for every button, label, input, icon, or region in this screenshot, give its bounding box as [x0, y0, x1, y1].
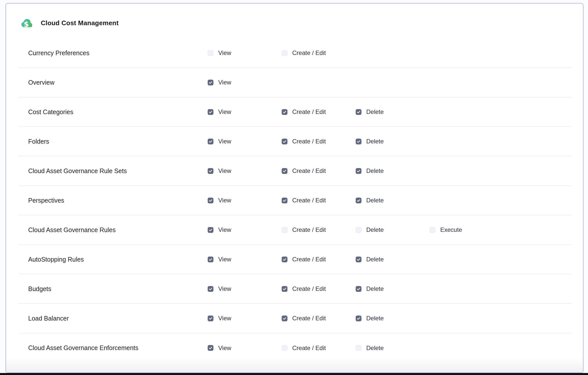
- permission-label: View: [218, 167, 231, 174]
- view-checkbox[interactable]: View: [208, 167, 282, 174]
- permission-label: Delete: [366, 108, 384, 115]
- permission-label: Create / Edit: [292, 49, 326, 56]
- view-checkbox[interactable]: View: [208, 49, 282, 56]
- checkmark-icon: [208, 169, 213, 173]
- resource-name: Load Balancer: [19, 315, 208, 322]
- create-edit-checkbox[interactable]: Create / Edit: [282, 256, 356, 263]
- permission-row: Currency Preferences View Create / Edit: [19, 38, 571, 68]
- checkmark-icon: [208, 139, 213, 144]
- delete-checkbox[interactable]: Delete: [356, 197, 430, 204]
- permission-row: Cloud Asset Governance Rule Sets View Cr…: [19, 156, 571, 186]
- view-checkbox[interactable]: View: [208, 285, 282, 292]
- checkbox-icon: [208, 109, 213, 115]
- permission-row: Load Balancer View Create / Edit Delete: [19, 304, 571, 333]
- checkmark-icon: [208, 287, 213, 291]
- delete-checkbox[interactable]: Delete: [356, 315, 430, 322]
- checkbox-icon: [356, 345, 361, 351]
- delete-checkbox[interactable]: Delete: [356, 285, 430, 292]
- permission-label: Create / Edit: [292, 167, 326, 174]
- checkbox-icon: [282, 227, 287, 233]
- permission-row: Folders View Create / Edit Delete: [19, 127, 571, 156]
- view-checkbox[interactable]: View: [208, 197, 282, 204]
- delete-checkbox[interactable]: Delete: [356, 256, 430, 263]
- svg-text:$: $: [24, 20, 29, 28]
- checkmark-icon: [282, 110, 287, 114]
- checkbox-icon: [282, 345, 287, 351]
- checkbox-icon: [208, 139, 213, 144]
- resource-name: Cloud Asset Governance Rule Sets: [19, 167, 208, 175]
- checkmark-icon: [208, 110, 213, 114]
- view-checkbox[interactable]: View: [208, 79, 282, 86]
- delete-checkbox[interactable]: Delete: [356, 138, 430, 145]
- permission-label: View: [218, 138, 231, 145]
- permission-label: View: [218, 315, 231, 322]
- delete-checkbox[interactable]: Delete: [356, 167, 430, 174]
- create-edit-checkbox[interactable]: Create / Edit: [282, 226, 356, 233]
- bottom-edge-strip: [0, 373, 588, 375]
- checkbox-icon: [356, 168, 361, 174]
- create-edit-checkbox[interactable]: Create / Edit: [282, 197, 356, 204]
- execute-checkbox[interactable]: Execute: [430, 226, 504, 233]
- create-edit-checkbox[interactable]: Create / Edit: [282, 108, 356, 115]
- permission-label: Delete: [366, 197, 384, 204]
- checkmark-icon: [208, 228, 213, 232]
- permission-label: View: [218, 345, 231, 352]
- view-checkbox[interactable]: View: [208, 108, 282, 115]
- create-edit-checkbox[interactable]: Create / Edit: [282, 315, 356, 322]
- checkmark-icon: [356, 198, 361, 203]
- permission-label: Delete: [366, 285, 384, 292]
- delete-checkbox[interactable]: Delete: [356, 226, 430, 233]
- view-checkbox[interactable]: View: [208, 226, 282, 233]
- checkmark-icon: [356, 110, 361, 114]
- checkmark-icon: [282, 287, 287, 291]
- permission-label: Delete: [366, 226, 384, 233]
- module-header: $ Cloud Cost Management: [20, 17, 119, 29]
- permission-label: View: [218, 285, 231, 292]
- checkbox-icon: [282, 198, 287, 203]
- create-edit-checkbox[interactable]: Create / Edit: [282, 167, 356, 174]
- checkbox-icon: [208, 345, 213, 351]
- permission-row: AutoStopping Rules View Create / Edit De…: [19, 245, 571, 274]
- permission-label: Create / Edit: [292, 315, 326, 322]
- checkmark-icon: [282, 139, 287, 144]
- checkbox-icon: [356, 109, 361, 115]
- create-edit-checkbox[interactable]: Create / Edit: [282, 285, 356, 292]
- checkbox-icon: [282, 168, 287, 174]
- checkbox-icon: [208, 227, 213, 233]
- permission-label: View: [218, 49, 231, 56]
- permission-label: View: [218, 256, 231, 263]
- checkbox-icon: [356, 316, 361, 321]
- resource-name: Cloud Asset Governance Enforcements: [19, 344, 208, 352]
- checkbox-icon: [208, 168, 213, 174]
- permission-label: Create / Edit: [292, 138, 326, 145]
- checkmark-icon: [282, 169, 287, 173]
- checkmark-icon: [208, 198, 213, 203]
- checkmark-icon: [208, 346, 213, 350]
- permission-label: Create / Edit: [292, 285, 326, 292]
- create-edit-checkbox[interactable]: Create / Edit: [282, 345, 356, 352]
- checkmark-icon: [356, 287, 361, 291]
- checkmark-icon: [282, 316, 287, 321]
- permission-label: Delete: [366, 167, 384, 174]
- permission-label: Execute: [440, 226, 462, 233]
- create-edit-checkbox[interactable]: Create / Edit: [282, 49, 356, 56]
- checkmark-icon: [356, 316, 361, 321]
- delete-checkbox[interactable]: Delete: [356, 108, 430, 115]
- resource-name: Cloud Asset Governance Rules: [19, 226, 208, 234]
- view-checkbox[interactable]: View: [208, 345, 282, 352]
- permission-label: Create / Edit: [292, 345, 326, 352]
- checkmark-icon: [282, 198, 287, 203]
- delete-checkbox[interactable]: Delete: [356, 345, 430, 352]
- view-checkbox[interactable]: View: [208, 138, 282, 145]
- checkbox-icon: [208, 286, 213, 292]
- permission-label: Delete: [366, 345, 384, 352]
- cloud-dollar-icon: $: [20, 17, 33, 29]
- checkbox-icon: [356, 227, 361, 233]
- view-checkbox[interactable]: View: [208, 315, 282, 322]
- permission-label: View: [218, 79, 231, 86]
- checkbox-icon: [282, 257, 287, 262]
- create-edit-checkbox[interactable]: Create / Edit: [282, 138, 356, 145]
- view-checkbox[interactable]: View: [208, 256, 282, 263]
- module-title: Cloud Cost Management: [41, 19, 119, 27]
- checkmark-icon: [282, 257, 287, 262]
